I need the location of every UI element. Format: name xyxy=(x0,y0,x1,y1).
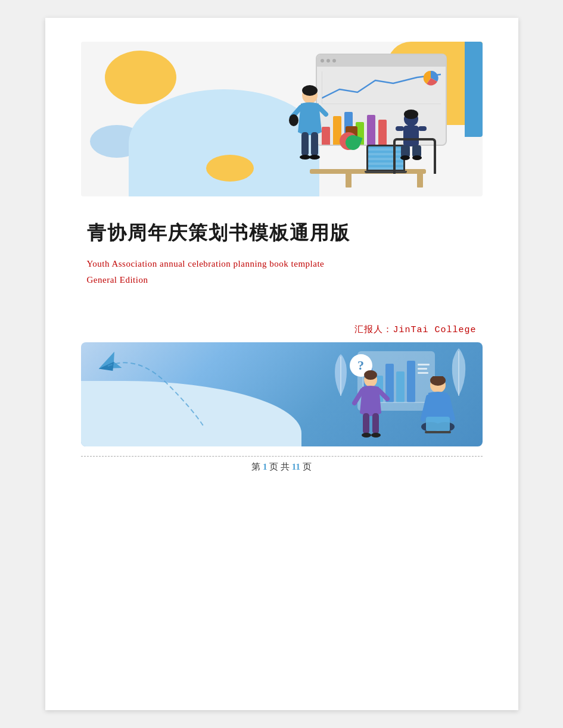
footer-page-number: 1 xyxy=(263,462,267,471)
footer-page-middle: 页 共 xyxy=(269,462,290,471)
reporter-text: 汇报人：JinTai College xyxy=(354,325,476,335)
svg-line-36 xyxy=(379,390,387,399)
svg-rect-11 xyxy=(418,126,427,131)
chair-back xyxy=(393,138,436,174)
svg-rect-10 xyxy=(396,126,404,131)
board-dot-2 xyxy=(326,59,330,63)
reporter-line: 汇报人：JinTai College xyxy=(87,324,477,335)
svg-point-4 xyxy=(404,110,418,119)
decorative-leaf-left xyxy=(331,354,352,396)
bottom-person-standing xyxy=(352,370,390,442)
svg-rect-29 xyxy=(418,368,427,370)
svg-rect-38 xyxy=(372,413,379,434)
title-english-line1: Youth Association annual celebration pla… xyxy=(87,259,325,268)
svg-rect-28 xyxy=(418,364,430,365)
decorative-leaf-right xyxy=(447,348,471,396)
title-english: Youth Association annual celebration pla… xyxy=(87,256,477,288)
desk-leg-right xyxy=(417,173,423,188)
svg-point-13 xyxy=(302,85,318,96)
footer-total-pages: 11 xyxy=(292,462,300,471)
bar-6 xyxy=(378,120,387,145)
svg-rect-45 xyxy=(426,417,450,432)
svg-point-20 xyxy=(289,114,298,126)
svg-rect-17 xyxy=(311,132,318,156)
svg-point-34 xyxy=(364,370,377,380)
svg-rect-26 xyxy=(396,371,405,402)
svg-point-39 xyxy=(362,433,371,438)
pie-chart xyxy=(422,69,440,87)
yellow-blob-bottom-left xyxy=(206,155,254,182)
board-dot-3 xyxy=(332,59,336,63)
footer-page-after: 页 xyxy=(303,462,312,471)
title-english-line2: General Edition xyxy=(87,275,148,285)
svg-rect-30 xyxy=(418,372,428,374)
page-footer: 第 1 页 共 11 页 xyxy=(81,456,483,473)
document-page: 青协周年庆策划书模板通用版 Youth Association annual c… xyxy=(45,18,518,710)
title-chinese: 青协周年庆策划书模板通用版 xyxy=(87,220,477,246)
blue-stripe-right xyxy=(465,42,483,137)
svg-point-19 xyxy=(309,155,320,160)
yellow-blob-top-left xyxy=(105,51,176,104)
svg-rect-16 xyxy=(301,132,309,156)
person-standing xyxy=(289,85,331,174)
svg-rect-37 xyxy=(363,413,369,434)
main-content: 青协周年庆策划书模板通用版 Youth Association annual c… xyxy=(81,220,483,342)
svg-point-40 xyxy=(371,433,381,438)
desk-leg-left xyxy=(346,173,352,188)
board-dot-1 xyxy=(321,59,324,63)
bottom-illustration: ? xyxy=(81,342,483,446)
bar-5 xyxy=(367,115,375,145)
footer-page-before: 第 xyxy=(251,462,260,471)
top-illustration xyxy=(81,42,483,196)
svg-line-15 xyxy=(319,107,326,114)
board-header xyxy=(317,55,446,67)
svg-point-18 xyxy=(300,155,310,160)
plant xyxy=(343,126,360,174)
dashed-path xyxy=(90,348,209,432)
svg-rect-46 xyxy=(425,431,451,433)
